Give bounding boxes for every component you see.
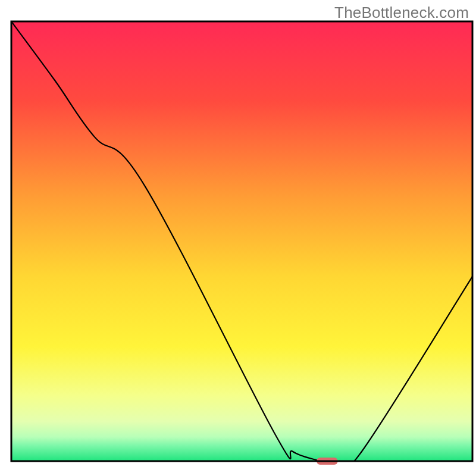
- gradient-background: [11, 21, 472, 461]
- watermark-text: TheBottleneck.com: [334, 4, 469, 22]
- plot-area: [11, 21, 472, 469]
- bottleneck-chart: [0, 0, 476, 476]
